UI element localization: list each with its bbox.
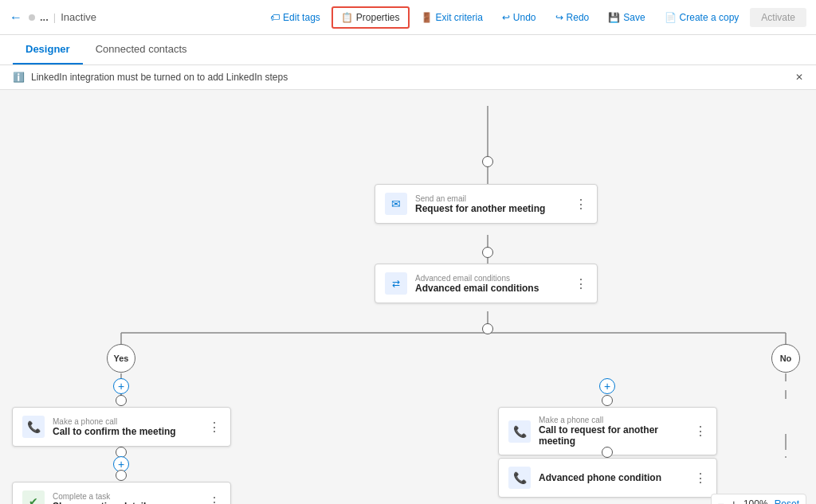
node-name: Advanced phone condition: [539, 472, 683, 483]
node-name: Advanced email conditions: [415, 283, 563, 294]
advanced-email-node[interactable]: ⇄ Advanced email conditions Advanced ema…: [375, 264, 598, 303]
node-menu-button[interactable]: ⋮: [208, 420, 221, 435]
start-node: [482, 156, 493, 167]
branch-circle: [482, 323, 493, 334]
phone-icon: 📞: [22, 416, 45, 438]
tab-designer[interactable]: Designer: [13, 35, 83, 64]
tabs: Designer Connected contacts: [0, 35, 816, 65]
header-actions: 🏷 Edit tags 📋 Properties 🚪 Exit criteria…: [262, 6, 806, 29]
node-type: Make a phone call: [53, 417, 197, 426]
node-menu-button[interactable]: ⋮: [208, 494, 221, 505]
info-bar: ℹ️ LinkedIn integration must be turned o…: [0, 65, 816, 90]
tab-connected-contacts[interactable]: Connected contacts: [83, 35, 200, 64]
info-close-button[interactable]: ✕: [795, 72, 803, 83]
save-icon: 💾: [608, 12, 620, 23]
undo-button[interactable]: ↩ Undo: [494, 8, 544, 27]
properties-button[interactable]: 📋 Properties: [332, 6, 410, 29]
advanced-phone-node[interactable]: 📞 Advanced phone condition ⋮: [498, 458, 717, 498]
node-content: Complete a task Share meeting details: [53, 492, 197, 505]
node-name: Request for another meeting: [415, 203, 563, 214]
activate-button[interactable]: Activate: [750, 8, 806, 27]
redo-icon: ↪: [555, 12, 563, 23]
mid-circle-1: [482, 247, 493, 258]
node-content: Send an email Request for another meetin…: [415, 194, 563, 214]
edit-tags-button[interactable]: 🏷 Edit tags: [262, 8, 328, 27]
tag-icon: 🏷: [270, 12, 280, 23]
undo-icon: ↩: [502, 12, 510, 23]
add-button-right[interactable]: +: [599, 378, 615, 394]
no-branch-right: No: [771, 344, 800, 373]
app-name: ...: [40, 11, 49, 23]
node-type: Make a phone call: [539, 416, 683, 424]
flow-canvas: ✉ Send an email Request for another meet…: [0, 90, 816, 504]
node-content: Advanced email conditions Advanced email…: [415, 274, 563, 294]
phone-icon-right: 📞: [508, 420, 531, 443]
zoom-level: 100%: [743, 498, 768, 504]
zoom-controls: − + 100% Reset: [711, 494, 806, 504]
node-name: Call to confirm the meeting: [53, 426, 197, 437]
status-badge: Inactive: [61, 11, 96, 23]
copy-icon: 📄: [665, 12, 677, 23]
exit-criteria-icon: 🚪: [421, 12, 433, 23]
save-button[interactable]: 💾 Save: [600, 8, 653, 27]
redo-button[interactable]: ↪ Redo: [547, 8, 598, 27]
zoom-in-button[interactable]: +: [731, 498, 737, 504]
node-content: Make a phone call Call to request for an…: [539, 416, 683, 447]
node-menu-button[interactable]: ⋮: [694, 471, 707, 486]
node-menu-button[interactable]: ⋮: [575, 276, 587, 291]
exit-criteria-button[interactable]: 🚪 Exit criteria: [413, 8, 491, 27]
node-name: Share meeting details: [53, 501, 197, 505]
node-menu-button[interactable]: ⋮: [694, 424, 707, 439]
title-area: ... | Inactive: [29, 11, 96, 23]
header: ← ... | Inactive 🏷 Edit tags 📋 Propertie…: [0, 0, 816, 35]
send-email-node[interactable]: ✉ Send an email Request for another meet…: [375, 184, 598, 224]
info-icon: ℹ️: [13, 72, 25, 83]
call-confirm-node[interactable]: 📞 Make a phone call Call to confirm the …: [12, 407, 231, 447]
adv-phone-icon: 📞: [508, 467, 531, 489]
add-button-left[interactable]: +: [113, 378, 129, 394]
zoom-reset-button[interactable]: Reset: [775, 498, 799, 504]
yes-branch-left: Yes: [107, 344, 135, 373]
conditions-icon: ⇄: [385, 272, 407, 295]
task-icon: ✔: [22, 490, 45, 504]
node-type: Send an email: [415, 194, 563, 203]
properties-icon: 📋: [341, 12, 353, 23]
create-copy-button[interactable]: 📄 Create a copy: [657, 8, 747, 27]
node-content: Advanced phone condition: [539, 472, 683, 483]
node-type: Advanced email conditions: [415, 274, 563, 283]
right-circle-2: [602, 447, 613, 458]
node-menu-button[interactable]: ⋮: [575, 197, 587, 212]
left-circle-3: [116, 470, 127, 481]
info-message: LinkedIn integration must be turned on t…: [31, 72, 288, 83]
left-circle-1: [116, 395, 127, 406]
status-dot: [29, 14, 35, 21]
email-icon: ✉: [385, 193, 407, 215]
right-circle-1: [602, 395, 613, 406]
node-name: Call to request for another meeting: [539, 424, 683, 447]
node-type: Complete a task: [53, 492, 197, 501]
node-content: Make a phone call Call to confirm the me…: [53, 417, 197, 437]
complete-task-node[interactable]: ✔ Complete a task Share meeting details …: [12, 482, 231, 504]
back-button[interactable]: ←: [10, 10, 22, 25]
zoom-out-button[interactable]: −: [718, 498, 724, 504]
